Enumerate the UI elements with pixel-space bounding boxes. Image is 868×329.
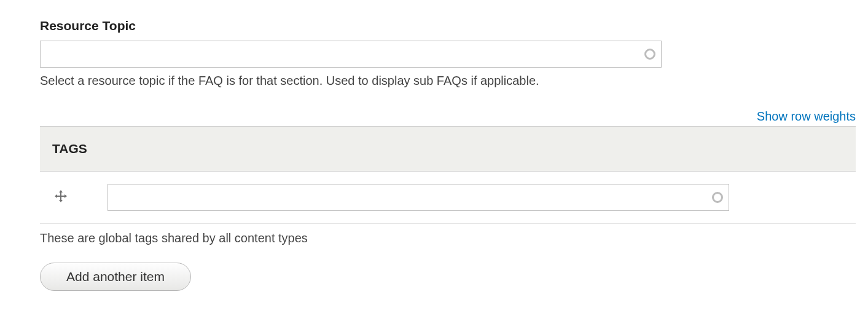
resource-topic-input-wrap (40, 41, 662, 68)
tag-input-wrap (108, 184, 729, 211)
tags-description: These are global tags shared by all cont… (40, 231, 856, 245)
resource-topic-input[interactable] (40, 41, 662, 68)
resource-topic-description: Select a resource topic if the FAQ is fo… (40, 74, 856, 88)
tag-input[interactable] (108, 184, 729, 211)
show-row-weights-wrap: Show row weights (40, 109, 856, 124)
show-row-weights-link[interactable]: Show row weights (757, 109, 856, 123)
drag-handle-icon[interactable] (53, 189, 68, 206)
add-another-item-button[interactable]: Add another item (40, 263, 191, 291)
tags-header: TAGS (40, 127, 856, 172)
autocomplete-throbber-icon (712, 192, 723, 203)
autocomplete-throbber-icon (644, 49, 655, 60)
table-row (40, 172, 856, 224)
tags-table: TAGS (40, 126, 856, 224)
resource-topic-label: Resource Topic (40, 18, 856, 33)
